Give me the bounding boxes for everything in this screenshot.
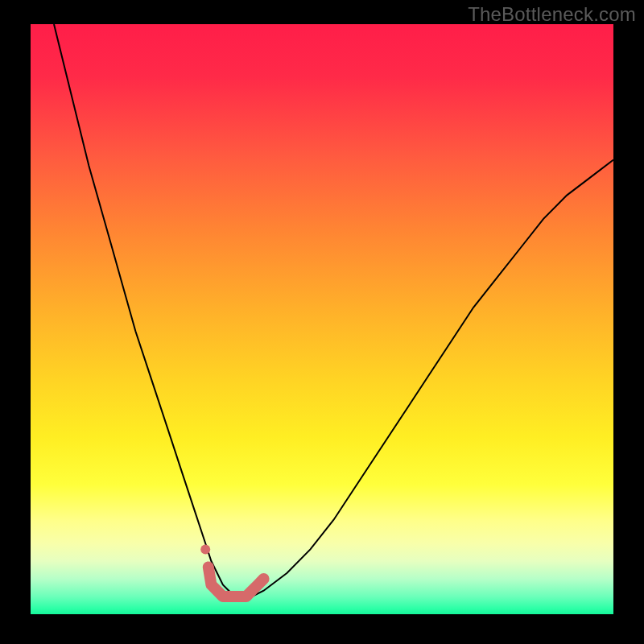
curve-svg — [31, 24, 613, 614]
chart-frame: TheBottleneck.com — [0, 0, 644, 644]
highlight-dot — [200, 544, 210, 554]
watermark-text: TheBottleneck.com — [468, 3, 636, 26]
bottleneck-curve — [54, 24, 613, 597]
plot-area — [31, 24, 613, 614]
